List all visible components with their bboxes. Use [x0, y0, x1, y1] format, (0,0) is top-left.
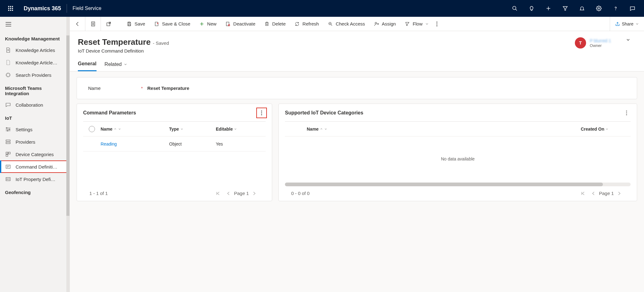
form-tabs: General Related — [70, 53, 644, 72]
column-header-name[interactable]: Name — [307, 127, 581, 132]
pop-out-button[interactable] — [101, 17, 116, 31]
header-expand-button[interactable] — [620, 37, 636, 42]
sidebar-scrollbar[interactable] — [66, 17, 69, 292]
lightbulb-icon[interactable] — [523, 0, 540, 17]
horizontal-scrollbar[interactable] — [285, 183, 631, 186]
pager-prev-button[interactable] — [223, 191, 234, 196]
share-button[interactable]: Share — [610, 17, 644, 31]
svg-rect-32 — [6, 165, 10, 169]
refresh-button[interactable]: Refresh — [290, 17, 323, 31]
filter-icon[interactable] — [557, 0, 574, 17]
flow-button[interactable]: Flow — [400, 17, 433, 31]
more-commands-button[interactable] — [433, 17, 441, 31]
back-button[interactable] — [70, 17, 85, 31]
svg-point-4 — [10, 8, 11, 9]
add-icon[interactable] — [540, 0, 557, 17]
svg-point-69 — [626, 112, 627, 113]
content-area: Save Save & Close New Deactivate Delete … — [70, 17, 644, 292]
column-header-created-on[interactable]: Created On — [581, 127, 631, 132]
sort-asc-icon — [320, 127, 323, 131]
save-and-close-button[interactable]: Save & Close — [149, 17, 195, 31]
sidebar-item-settings[interactable]: Settings — [0, 123, 69, 136]
new-button[interactable]: New — [195, 17, 221, 31]
table-row[interactable]: Reading Object Yes — [83, 137, 266, 151]
sidebar-item-command-definitions[interactable]: Command Definiti… — [0, 160, 69, 173]
deactivate-icon — [225, 21, 231, 27]
chevron-down-icon — [118, 127, 121, 131]
column-header-type[interactable]: Type — [169, 127, 216, 132]
page-title: Reset Temperature - Saved — [78, 37, 169, 47]
column-header-name[interactable]: Name — [101, 127, 169, 132]
tab-related[interactable]: Related — [105, 61, 127, 71]
svg-point-8 — [12, 10, 13, 11]
record-count: 0 - 0 of 0 — [291, 191, 310, 196]
svg-rect-31 — [6, 155, 8, 156]
bell-icon[interactable] — [574, 0, 590, 17]
form-body: Name * Reset Temperature Command Paramet… — [70, 72, 644, 292]
page-indicator: Page 1 — [234, 191, 249, 196]
sidebar-item-label: Settings — [16, 127, 69, 132]
avatar: T — [575, 37, 586, 49]
pager: 1 - 1 of 1 Page 1 — [83, 186, 266, 197]
select-all-checkbox[interactable] — [89, 126, 95, 132]
puzzle-icon — [5, 72, 11, 78]
sidebar-item-device-categories[interactable]: Device Categories — [0, 148, 69, 160]
svg-line-44 — [109, 22, 111, 24]
svg-point-1 — [10, 6, 11, 7]
sidebar-item-providers[interactable]: Providers — [0, 136, 69, 148]
assign-button[interactable]: Assign — [369, 17, 400, 31]
svg-rect-30 — [8, 152, 10, 154]
sidebar-item-label: Device Categories — [16, 152, 69, 157]
owner-label: Owner — [590, 43, 611, 48]
site-map-sidebar: Knowledge Management Knowledge Articles … — [0, 17, 70, 292]
pager-prev-button[interactable] — [588, 191, 599, 196]
column-headers: Name Created On — [285, 122, 631, 137]
sidebar-item-label: Command Definiti… — [16, 164, 69, 169]
sidebar-item-knowledge-articles[interactable]: Knowledge Articles — [0, 44, 69, 56]
pager-next-button[interactable] — [614, 191, 624, 196]
open-record-set-button[interactable] — [85, 17, 101, 31]
sidebar-collapse-button[interactable] — [0, 17, 69, 32]
sidebar-item-knowledge-article-templates[interactable]: Knowledge Article… — [0, 56, 69, 69]
document-icon — [5, 47, 11, 53]
column-header-editable[interactable]: Editable — [216, 127, 259, 132]
flow-icon — [405, 21, 410, 27]
deactivate-button[interactable]: Deactivate — [221, 17, 260, 31]
stack-icon — [5, 139, 11, 145]
sidebar-group-iot: IoT — [0, 111, 69, 123]
cmd-label: Flow — [413, 21, 423, 26]
chat-icon — [5, 102, 11, 108]
check-access-button[interactable]: Check Access — [323, 17, 369, 31]
kebab-icon — [436, 21, 438, 26]
app-name[interactable]: Field Service — [67, 6, 107, 11]
gear-icon[interactable] — [590, 0, 607, 17]
cell-name-link[interactable]: Reading — [101, 141, 169, 146]
pager-first-button[interactable] — [213, 191, 223, 196]
help-icon[interactable] — [607, 0, 624, 17]
pager-first-button[interactable] — [578, 191, 588, 196]
cmd-label: Refresh — [302, 21, 319, 26]
app-launcher-icon[interactable] — [3, 6, 18, 11]
svg-point-64 — [261, 110, 262, 111]
no-data-message: No data available — [285, 137, 631, 181]
brand-name[interactable]: Dynamics 365 — [18, 5, 67, 12]
delete-button[interactable]: Delete — [260, 17, 290, 31]
svg-point-6 — [8, 10, 9, 11]
chat-panel-icon[interactable] — [624, 0, 641, 17]
sidebar-item-collaboration[interactable]: Collaboration — [0, 99, 69, 111]
subgrid-more-commands-button[interactable] — [258, 109, 266, 117]
refresh-icon — [294, 21, 300, 27]
sidebar-item-search-providers[interactable]: Search Providers — [0, 69, 69, 81]
owner-field[interactable]: T P blurred 1 Owner — [575, 37, 611, 49]
field-value-name[interactable]: Reset Temperature — [147, 86, 189, 91]
pager-next-button[interactable] — [249, 191, 259, 196]
save-button[interactable]: Save — [122, 17, 149, 31]
tab-general[interactable]: General — [78, 61, 97, 71]
subgrid-more-commands-button[interactable] — [623, 109, 631, 117]
record-header: Reset Temperature - Saved IoT Device Com… — [70, 31, 644, 53]
search-icon[interactable] — [506, 0, 523, 17]
sidebar-item-iot-property-definitions[interactable]: IoT Property Defi… — [0, 173, 69, 185]
sidebar-item-label: Providers — [16, 139, 69, 145]
svg-rect-29 — [6, 152, 8, 154]
command-icon — [5, 164, 11, 170]
